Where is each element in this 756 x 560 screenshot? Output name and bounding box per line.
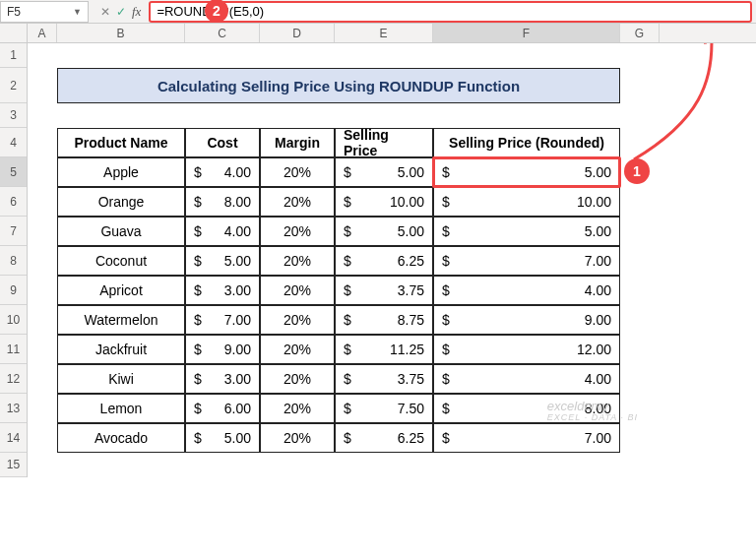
cell-rounded[interactable]: $7.00 <box>433 423 620 453</box>
row-header-6[interactable]: 6 <box>0 187 27 217</box>
cell-selling[interactable]: $10.00 <box>335 187 433 217</box>
cell-selling[interactable]: $7.50 <box>335 394 433 423</box>
cell-cost[interactable]: $8.00 <box>185 187 260 217</box>
cell-margin[interactable]: 20% <box>260 335 335 364</box>
cell-margin[interactable]: 20% <box>260 246 335 276</box>
cell-margin[interactable]: 20% <box>260 394 335 423</box>
cell-product[interactable]: Apricot <box>57 276 185 305</box>
cell-cost[interactable]: $5.00 <box>185 423 260 453</box>
cell-product[interactable]: Orange <box>57 187 185 217</box>
cell-selling[interactable]: $5.00 <box>335 217 433 246</box>
row-header-5[interactable]: 5 <box>0 157 27 187</box>
callout-2-badge: 2 <box>205 0 228 23</box>
cell-rounded[interactable]: $5.00 <box>433 157 620 187</box>
cell-selling[interactable]: $11.25 <box>335 335 433 364</box>
cell-margin[interactable]: 20% <box>260 276 335 305</box>
cell-selling[interactable]: $8.75 <box>335 305 433 335</box>
name-box-dropdown-icon[interactable]: ▼ <box>73 7 82 17</box>
table-row: Kiwi$3.0020%$3.75$4.00 <box>57 364 620 394</box>
cell-margin[interactable]: 20% <box>260 305 335 335</box>
table-row: Apple$4.0020%$5.00$5.00 <box>57 157 620 187</box>
col-header-D[interactable]: D <box>260 24 335 42</box>
row-header-10[interactable]: 10 <box>0 305 27 335</box>
cell-cost[interactable]: $9.00 <box>185 335 260 364</box>
cell-margin[interactable]: 20% <box>260 364 335 394</box>
header-margin[interactable]: Margin <box>260 128 335 157</box>
cell-cost[interactable]: $3.00 <box>185 364 260 394</box>
table-row: Jackfruit$9.0020%$11.25$12.00 <box>57 335 620 364</box>
cell-product[interactable]: Coconut <box>57 246 185 276</box>
cell-product[interactable]: Apple <box>57 157 185 187</box>
cell-selling[interactable]: $3.75 <box>335 364 433 394</box>
select-all-corner[interactable] <box>0 24 28 42</box>
cancel-icon[interactable]: ✕ <box>100 5 110 19</box>
cell-product[interactable]: Guava <box>57 217 185 246</box>
cell-cost[interactable]: $4.00 <box>185 157 260 187</box>
row-headers: 1 2 3 4 5 6 7 8 9 10 11 12 13 14 15 <box>0 43 28 477</box>
row-header-14[interactable]: 14 <box>0 423 27 453</box>
header-cost[interactable]: Cost <box>185 128 260 157</box>
data-table: Product Name Cost Margin Selling Price S… <box>57 128 620 453</box>
row-header-3[interactable]: 3 <box>0 103 27 128</box>
name-box[interactable]: F5 ▼ <box>0 1 89 23</box>
header-product[interactable]: Product Name <box>57 128 185 157</box>
cell-cost[interactable]: $6.00 <box>185 394 260 423</box>
row-header-15[interactable]: 15 <box>0 453 27 477</box>
cell-cost[interactable]: $7.00 <box>185 305 260 335</box>
cell-selling[interactable]: $6.25 <box>335 423 433 453</box>
formula-bar[interactable]: =ROUNDUP(E5,0) <box>149 1 752 23</box>
cell-rounded[interactable]: $4.00 <box>433 276 620 305</box>
cell-margin[interactable]: 20% <box>260 157 335 187</box>
cell-cost[interactable]: $4.00 <box>185 217 260 246</box>
header-selling[interactable]: Selling Price <box>335 128 433 157</box>
cell-margin[interactable]: 20% <box>260 217 335 246</box>
col-header-F[interactable]: F <box>433 24 620 42</box>
cell-rounded[interactable]: $12.00 <box>433 335 620 364</box>
watermark: exceldemy EXCEL · DATA · BI <box>547 400 638 423</box>
col-header-E[interactable]: E <box>335 24 433 42</box>
header-rounded[interactable]: Selling Price (Rounded) <box>433 128 620 157</box>
row-header-1[interactable]: 1 <box>0 43 27 68</box>
cell-selling[interactable]: $5.00 <box>335 157 433 187</box>
fx-icon[interactable]: fx <box>132 4 141 20</box>
table-row: Guava$4.0020%$5.00$5.00 <box>57 217 620 246</box>
cell-rounded[interactable]: $7.00 <box>433 246 620 276</box>
row-header-8[interactable]: 8 <box>0 246 27 276</box>
cell-margin[interactable]: 20% <box>260 187 335 217</box>
table-row: Watermelon$7.0020%$8.75$9.00 <box>57 305 620 335</box>
cell-product[interactable]: Kiwi <box>57 364 185 394</box>
cell-cost[interactable]: $3.00 <box>185 276 260 305</box>
row-header-11[interactable]: 11 <box>0 335 27 364</box>
row-header-2[interactable]: 2 <box>0 68 27 103</box>
table-row: Apricot$3.0020%$3.75$4.00 <box>57 276 620 305</box>
cell-product[interactable]: Lemon <box>57 394 185 423</box>
cell-selling[interactable]: $6.25 <box>335 246 433 276</box>
cell-rounded[interactable]: $10.00 <box>433 187 620 217</box>
callout-1-badge: 1 <box>624 158 650 184</box>
cell-rounded[interactable]: $5.00 <box>433 217 620 246</box>
table-row: Lemon$6.0020%$7.50$8.00 <box>57 394 620 423</box>
cell-cost[interactable]: $5.00 <box>185 246 260 276</box>
cell-product[interactable]: Watermelon <box>57 305 185 335</box>
cell-rounded[interactable]: $9.00 <box>433 305 620 335</box>
row-header-4[interactable]: 4 <box>0 128 27 157</box>
cell-product[interactable]: Avocado <box>57 423 185 453</box>
title-cell[interactable]: Calculating Selling Price Using ROUNDUP … <box>57 68 620 103</box>
formula-bar-icons: ✕ ✓ fx <box>93 4 149 20</box>
cells-area[interactable]: exceldemy EXCEL · DATA · BI Calculating … <box>28 43 756 477</box>
row-header-9[interactable]: 9 <box>0 276 27 305</box>
cell-rounded[interactable]: $4.00 <box>433 364 620 394</box>
column-headers: A B C D E F G <box>0 24 756 43</box>
row-header-12[interactable]: 12 <box>0 364 27 394</box>
col-header-A[interactable]: A <box>28 24 57 42</box>
enter-icon[interactable]: ✓ <box>116 5 126 19</box>
col-header-G[interactable]: G <box>620 24 660 42</box>
cell-selling[interactable]: $3.75 <box>335 276 433 305</box>
cell-margin[interactable]: 20% <box>260 423 335 453</box>
table-header-row: Product Name Cost Margin Selling Price S… <box>57 128 620 157</box>
row-header-13[interactable]: 13 <box>0 394 27 423</box>
cell-product[interactable]: Jackfruit <box>57 335 185 364</box>
col-header-B[interactable]: B <box>57 24 185 42</box>
col-header-C[interactable]: C <box>185 24 260 42</box>
row-header-7[interactable]: 7 <box>0 217 27 246</box>
